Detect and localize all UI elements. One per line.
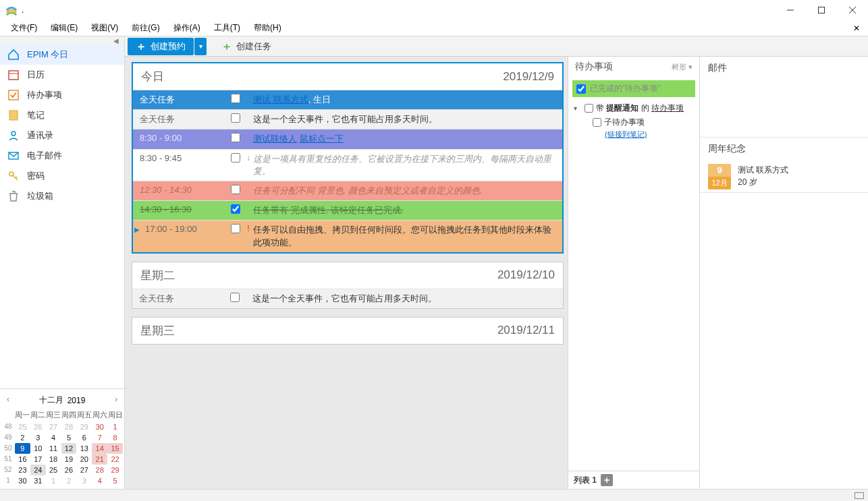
entry-checkbox[interactable] (231, 224, 240, 233)
todo-child-row[interactable]: 子待办事项 (574, 115, 694, 129)
mini-cal-day[interactable]: 28 (61, 421, 77, 432)
mini-cal-day[interactable]: 25 (15, 421, 30, 432)
entry-checkbox[interactable] (231, 153, 240, 163)
mini-cal-next[interactable]: › (111, 394, 121, 404)
sidebar-item-notes[interactable]: 笔记 (0, 105, 124, 125)
mini-cal-day[interactable]: 2 (61, 475, 77, 486)
agenda-entry[interactable]: ▶17:00 - 19:00!任务可以自由拖拽、拷贝到任何时间段。您可以拖拽此任… (133, 220, 562, 252)
mini-cal-day[interactable]: 9 (15, 443, 30, 454)
mini-cal-day[interactable]: 29 (107, 465, 123, 475)
mini-cal-prev[interactable]: ‹ (3, 394, 13, 404)
sidebar-collapse-toggle[interactable]: ◀ (0, 36, 124, 45)
mini-cal-day[interactable]: 23 (15, 465, 30, 475)
mini-cal-day[interactable]: 30 (15, 475, 30, 486)
mini-cal-day[interactable]: 8 (107, 432, 123, 443)
mini-cal-day[interactable]: 2 (15, 432, 30, 443)
mini-cal-year[interactable]: 2019 (67, 396, 86, 405)
menu-help[interactable]: 帮助(H) (247, 20, 288, 36)
todo-list-tab[interactable]: 列表 1 (574, 475, 597, 486)
menu-edit[interactable]: 编辑(E) (44, 20, 84, 36)
sidebar-item-contacts[interactable]: 通讯录 (0, 125, 124, 146)
mini-cal-day[interactable]: 3 (30, 432, 46, 443)
agenda-entry[interactable]: 8:30 - 9:45↓这是一项具有重复性的任务。它被设置为在接下来的三周内、每… (133, 149, 562, 181)
mini-cal-day[interactable]: 3 (76, 475, 92, 486)
completed-todo-checkbox[interactable] (576, 84, 586, 94)
mini-cal-day[interactable]: 22 (107, 454, 123, 465)
mini-cal-day[interactable]: 13 (76, 443, 92, 454)
mini-cal-month[interactable]: 十二月 (39, 394, 63, 406)
layout-toggle-icon[interactable] (855, 492, 864, 499)
entry-checkbox[interactable] (231, 133, 240, 142)
mini-cal-day[interactable]: 10 (30, 443, 46, 454)
agenda-entry[interactable]: 14:30 - 16:30任务带有 完成属性. 该特定任务已完成. (133, 200, 562, 220)
todo-root-row[interactable]: ▾ 带 提醒通知 的 待办事项 (574, 101, 694, 115)
sidebar-item-password[interactable]: 密码 (0, 166, 124, 186)
close-button[interactable] (837, 0, 868, 20)
minimize-button[interactable] (775, 0, 806, 20)
agenda-entry[interactable]: 12:30 - 14:30任务可分配不同 背景色. 颜色来自预定义或者自定义的颜… (133, 181, 562, 200)
todo-child-checkbox[interactable] (593, 118, 601, 127)
entry-checkbox[interactable] (231, 204, 240, 214)
todos-view-mode[interactable]: 树形 ▾ (672, 62, 693, 72)
mini-cal-day[interactable]: 27 (76, 465, 92, 475)
maximize-button[interactable] (806, 0, 837, 20)
sidebar-item-todo[interactable]: 待办事项 (0, 85, 124, 105)
mini-cal-day[interactable]: 24 (30, 465, 46, 475)
add-list-button[interactable]: + (601, 474, 613, 486)
menu-file[interactable]: 文件(F) (4, 20, 44, 36)
mini-cal-day[interactable]: 17 (30, 454, 46, 465)
mini-cal-day[interactable]: 4 (46, 432, 61, 443)
mini-cal-day[interactable]: 27 (46, 421, 61, 432)
entry-checkbox[interactable] (231, 94, 240, 103)
new-appointment-dropdown[interactable]: ▾ (194, 38, 207, 55)
entry-link[interactable]: 测试联络人 (253, 134, 297, 144)
agenda-entry[interactable]: 8:30 - 9:00测试联络人 鼠标点一下 (133, 129, 562, 148)
mini-cal-day[interactable]: 28 (92, 465, 107, 475)
mini-cal-day[interactable]: 4 (92, 475, 107, 486)
mini-cal-day[interactable]: 1 (46, 475, 61, 486)
entry-checkbox[interactable] (231, 185, 240, 194)
mini-cal-day[interactable]: 16 (15, 454, 30, 465)
entry-checkbox[interactable] (231, 113, 240, 123)
sidebar-item-mail[interactable]: 电子邮件 (0, 146, 124, 166)
todo-note-link[interactable]: (链接到笔记) (605, 130, 647, 138)
menu-go[interactable]: 前往(G) (125, 20, 166, 36)
new-appointment-button[interactable]: ＋创建预约 (128, 38, 194, 55)
agenda-entry[interactable]: 全天任务测试 联系方式, 生日 (133, 90, 562, 109)
agenda-entry[interactable]: 全天任务这是一个全天事件，它也有可能占用多天时间。 (132, 289, 563, 308)
mini-cal-day[interactable]: 11 (46, 443, 61, 454)
mini-cal-day[interactable]: 30 (92, 421, 107, 432)
menu-action[interactable]: 操作(A) (167, 20, 207, 36)
sidebar-item-calendar[interactable]: 日历 (0, 65, 124, 85)
mini-cal-day[interactable]: 15 (107, 443, 123, 454)
mini-cal-day[interactable]: 7 (92, 432, 107, 443)
agenda-entry[interactable]: 全天任务这是一个全天事件，它也有可能占用多天时间。 (133, 109, 562, 129)
expander-icon[interactable]: ▾ (574, 105, 582, 112)
mini-cal-day[interactable]: 5 (107, 475, 123, 486)
entry-checkbox[interactable] (230, 293, 240, 302)
menu-tools[interactable]: 工具(T) (207, 20, 247, 36)
todo-root-checkbox[interactable] (585, 104, 593, 113)
new-task-button[interactable]: ＋创建任务 (213, 38, 279, 55)
mini-cal-day[interactable]: 14 (92, 443, 107, 454)
mini-cal-day[interactable]: 20 (76, 454, 92, 465)
mini-cal-day[interactable]: 5 (61, 432, 77, 443)
mini-cal-day[interactable]: 26 (61, 465, 77, 475)
mini-cal-day[interactable]: 1 (107, 421, 123, 432)
mini-cal-day[interactable]: 18 (46, 454, 61, 465)
sidebar-item-trash[interactable]: 垃圾箱 (0, 186, 124, 206)
mini-cal-day[interactable]: 6 (76, 432, 92, 443)
entry-link[interactable]: 测试 联系方式 (253, 94, 308, 105)
mini-cal-day[interactable]: 19 (61, 454, 77, 465)
mini-cal-day[interactable]: 29 (76, 421, 92, 432)
anniversary-item[interactable]: 9 12月 测试 联系方式 20 岁 (700, 161, 868, 192)
sidebar-item-home[interactable]: EPIM 今日 (0, 45, 124, 65)
menu-view[interactable]: 视图(V) (84, 20, 125, 36)
mini-cal-day[interactable]: 25 (46, 465, 61, 475)
menu-close-icon[interactable]: ✕ (849, 24, 864, 33)
entry-link[interactable]: 鼠标点一下 (300, 134, 344, 144)
completed-todo-row[interactable]: 已完成的"待办事项" (572, 80, 695, 97)
mini-cal-day[interactable]: 21 (92, 454, 107, 465)
mini-cal-day[interactable]: 12 (61, 443, 77, 454)
mini-cal-day[interactable]: 31 (30, 475, 46, 486)
